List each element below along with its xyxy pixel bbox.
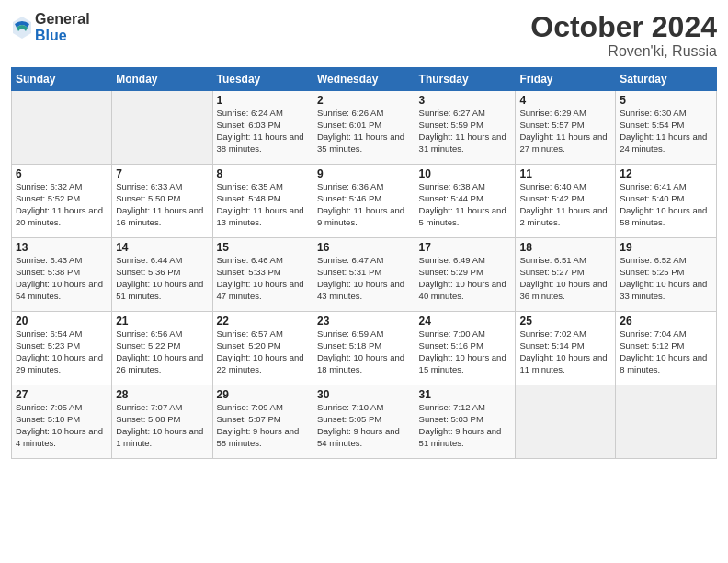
day-number: 7 <box>116 167 208 180</box>
day-number: 23 <box>317 315 411 327</box>
calendar-cell: 1Sunrise: 6:24 AM Sunset: 6:03 PM Daylig… <box>212 91 313 165</box>
day-number: 22 <box>217 315 309 327</box>
header-saturday: Saturday <box>616 68 717 91</box>
calendar-cell: 14Sunrise: 6:44 AM Sunset: 5:36 PM Dayli… <box>112 238 212 312</box>
calendar-week-4: 20Sunrise: 6:54 AM Sunset: 5:23 PM Dayli… <box>12 312 717 385</box>
day-number: 20 <box>16 315 108 327</box>
title-section: October 2024 Roven'ki, Russia <box>530 11 717 60</box>
calendar-cell: 11Sunrise: 6:40 AM Sunset: 5:42 PM Dayli… <box>516 165 616 238</box>
calendar-body: 1Sunrise: 6:24 AM Sunset: 6:03 PM Daylig… <box>12 91 717 459</box>
calendar-cell: 2Sunrise: 6:26 AM Sunset: 6:01 PM Daylig… <box>313 91 415 165</box>
header-friday: Friday <box>516 68 616 91</box>
logo-icon <box>11 15 33 40</box>
day-content: Sunrise: 6:33 AM Sunset: 5:50 PM Dayligh… <box>116 181 208 228</box>
day-content: Sunrise: 6:40 AM Sunset: 5:42 PM Dayligh… <box>519 181 611 228</box>
calendar: Sunday Monday Tuesday Wednesday Thursday… <box>11 67 717 459</box>
day-number: 27 <box>16 388 108 401</box>
day-number: 18 <box>519 241 611 254</box>
day-content: Sunrise: 7:05 AM Sunset: 5:10 PM Dayligh… <box>16 402 108 449</box>
day-content: Sunrise: 7:07 AM Sunset: 5:08 PM Dayligh… <box>116 402 208 449</box>
calendar-week-3: 13Sunrise: 6:43 AM Sunset: 5:38 PM Dayli… <box>12 238 717 312</box>
day-content: Sunrise: 6:30 AM Sunset: 5:54 PM Dayligh… <box>620 108 712 155</box>
day-number: 31 <box>419 388 512 401</box>
day-number: 5 <box>620 94 712 107</box>
header-wednesday: Wednesday <box>313 68 415 91</box>
day-content: Sunrise: 6:38 AM Sunset: 5:44 PM Dayligh… <box>419 181 512 228</box>
calendar-cell: 25Sunrise: 7:02 AM Sunset: 5:14 PM Dayli… <box>516 312 616 385</box>
calendar-cell: 19Sunrise: 6:52 AM Sunset: 5:25 PM Dayli… <box>616 238 717 312</box>
day-number: 29 <box>217 388 309 401</box>
calendar-cell: 21Sunrise: 6:56 AM Sunset: 5:22 PM Dayli… <box>112 312 212 385</box>
day-number: 15 <box>217 241 309 254</box>
day-content: Sunrise: 6:59 AM Sunset: 5:18 PM Dayligh… <box>317 328 411 375</box>
calendar-cell: 5Sunrise: 6:30 AM Sunset: 5:54 PM Daylig… <box>616 91 717 165</box>
calendar-week-2: 6Sunrise: 6:32 AM Sunset: 5:52 PM Daylig… <box>12 165 717 238</box>
day-number: 21 <box>116 315 208 327</box>
day-content: Sunrise: 7:04 AM Sunset: 5:12 PM Dayligh… <box>620 328 712 375</box>
day-content: Sunrise: 6:26 AM Sunset: 6:01 PM Dayligh… <box>317 108 411 155</box>
logo-text: General Blue <box>35 11 90 43</box>
day-number: 11 <box>519 167 611 180</box>
day-content: Sunrise: 6:52 AM Sunset: 5:25 PM Dayligh… <box>620 255 712 302</box>
calendar-cell: 7Sunrise: 6:33 AM Sunset: 5:50 PM Daylig… <box>112 165 212 238</box>
calendar-cell: 31Sunrise: 7:12 AM Sunset: 5:03 PM Dayli… <box>415 385 516 459</box>
day-number: 10 <box>419 167 512 180</box>
day-content: Sunrise: 6:29 AM Sunset: 5:57 PM Dayligh… <box>519 108 611 155</box>
calendar-week-1: 1Sunrise: 6:24 AM Sunset: 6:03 PM Daylig… <box>12 91 717 165</box>
day-number: 13 <box>16 241 108 254</box>
day-number: 12 <box>620 167 712 180</box>
day-number: 26 <box>620 315 712 327</box>
day-number: 6 <box>16 167 108 180</box>
day-number: 17 <box>419 241 512 254</box>
day-number: 16 <box>317 241 411 254</box>
day-content: Sunrise: 6:36 AM Sunset: 5:46 PM Dayligh… <box>317 181 411 228</box>
header-tuesday: Tuesday <box>212 68 313 91</box>
day-number: 4 <box>519 94 611 107</box>
day-content: Sunrise: 7:09 AM Sunset: 5:07 PM Dayligh… <box>217 402 309 449</box>
month-title: October 2024 <box>530 11 717 43</box>
day-number: 3 <box>419 94 512 107</box>
day-number: 24 <box>419 315 512 327</box>
calendar-cell: 17Sunrise: 6:49 AM Sunset: 5:29 PM Dayli… <box>415 238 516 312</box>
location: Roven'ki, Russia <box>530 43 717 60</box>
calendar-week-5: 27Sunrise: 7:05 AM Sunset: 5:10 PM Dayli… <box>12 385 717 459</box>
calendar-cell <box>112 91 212 165</box>
calendar-cell: 20Sunrise: 6:54 AM Sunset: 5:23 PM Dayli… <box>12 312 112 385</box>
calendar-cell: 10Sunrise: 6:38 AM Sunset: 5:44 PM Dayli… <box>415 165 516 238</box>
calendar-cell: 29Sunrise: 7:09 AM Sunset: 5:07 PM Dayli… <box>212 385 313 459</box>
header-sunday: Sunday <box>12 68 112 91</box>
day-number: 30 <box>317 388 411 401</box>
calendar-cell: 24Sunrise: 7:00 AM Sunset: 5:16 PM Dayli… <box>415 312 516 385</box>
calendar-cell: 23Sunrise: 6:59 AM Sunset: 5:18 PM Dayli… <box>313 312 415 385</box>
calendar-cell: 18Sunrise: 6:51 AM Sunset: 5:27 PM Dayli… <box>516 238 616 312</box>
day-content: Sunrise: 6:32 AM Sunset: 5:52 PM Dayligh… <box>16 181 108 228</box>
calendar-cell: 28Sunrise: 7:07 AM Sunset: 5:08 PM Dayli… <box>112 385 212 459</box>
day-content: Sunrise: 6:51 AM Sunset: 5:27 PM Dayligh… <box>519 255 611 302</box>
day-number: 28 <box>116 388 208 401</box>
day-number: 2 <box>317 94 411 107</box>
calendar-header: Sunday Monday Tuesday Wednesday Thursday… <box>12 68 717 91</box>
day-content: Sunrise: 6:43 AM Sunset: 5:38 PM Dayligh… <box>16 255 108 302</box>
day-number: 8 <box>217 167 309 180</box>
calendar-cell: 4Sunrise: 6:29 AM Sunset: 5:57 PM Daylig… <box>516 91 616 165</box>
header-monday: Monday <box>112 68 212 91</box>
calendar-cell: 16Sunrise: 6:47 AM Sunset: 5:31 PM Dayli… <box>313 238 415 312</box>
header-row: Sunday Monday Tuesday Wednesday Thursday… <box>12 68 717 91</box>
calendar-cell: 12Sunrise: 6:41 AM Sunset: 5:40 PM Dayli… <box>616 165 717 238</box>
day-number: 14 <box>116 241 208 254</box>
day-content: Sunrise: 6:57 AM Sunset: 5:20 PM Dayligh… <box>217 328 309 375</box>
calendar-cell: 15Sunrise: 6:46 AM Sunset: 5:33 PM Dayli… <box>212 238 313 312</box>
calendar-cell: 26Sunrise: 7:04 AM Sunset: 5:12 PM Dayli… <box>616 312 717 385</box>
day-number: 25 <box>519 315 611 327</box>
day-content: Sunrise: 6:35 AM Sunset: 5:48 PM Dayligh… <box>217 181 309 228</box>
day-content: Sunrise: 7:02 AM Sunset: 5:14 PM Dayligh… <box>519 328 611 375</box>
day-number: 1 <box>217 94 309 107</box>
calendar-cell: 13Sunrise: 6:43 AM Sunset: 5:38 PM Dayli… <box>12 238 112 312</box>
day-number: 9 <box>317 167 411 180</box>
calendar-cell: 8Sunrise: 6:35 AM Sunset: 5:48 PM Daylig… <box>212 165 313 238</box>
day-content: Sunrise: 6:24 AM Sunset: 6:03 PM Dayligh… <box>217 108 309 155</box>
calendar-cell <box>12 91 112 165</box>
day-content: Sunrise: 6:49 AM Sunset: 5:29 PM Dayligh… <box>419 255 512 302</box>
logo-blue: Blue <box>35 28 90 44</box>
day-content: Sunrise: 6:44 AM Sunset: 5:36 PM Dayligh… <box>116 255 208 302</box>
